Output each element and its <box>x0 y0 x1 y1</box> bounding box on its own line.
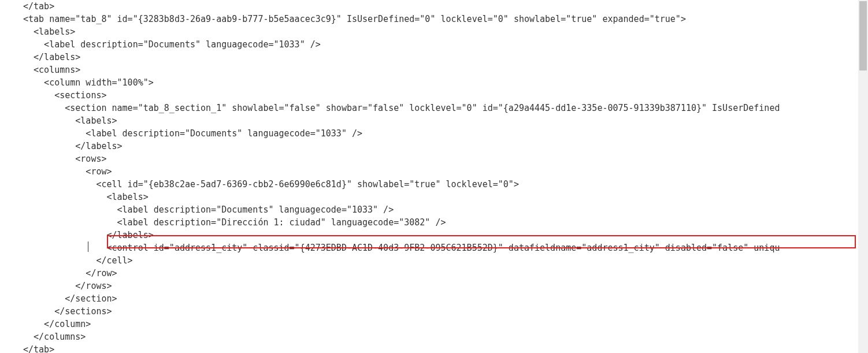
code-line[interactable]: </labels> <box>23 51 868 64</box>
code-line[interactable]: </tab> <box>23 0 868 13</box>
code-line[interactable]: <label description="Documents" languagec… <box>23 127 868 140</box>
code-line[interactable]: <column width="100%"> <box>23 76 868 89</box>
code-line[interactable]: </cell> <box>23 254 868 267</box>
code-viewport: </tab><tab name="tab_8" id="{3283b8d3-26… <box>0 0 868 353</box>
code-line[interactable]: </section> <box>23 292 868 305</box>
xml-code-block[interactable]: </tab><tab name="tab_8" id="{3283b8d3-26… <box>0 0 868 353</box>
code-line[interactable]: <rows> <box>23 153 868 165</box>
code-line[interactable]: <labels> <box>23 114 868 127</box>
code-line[interactable]: </rows> <box>23 280 868 292</box>
code-line[interactable]: <label description="Documents" languagec… <box>23 203 868 216</box>
code-line[interactable]: <cell id="{eb38c2ae-5ad7-6369-cbb2-6e699… <box>23 178 868 191</box>
code-line[interactable]: <columns> <box>23 64 868 76</box>
code-line[interactable]: <sections> <box>23 89 868 102</box>
code-line[interactable]: <label description="Dirección 1: ciudad"… <box>23 216 868 229</box>
code-line[interactable]: <tab name="tab_8" id="{3283b8d3-26a9-aab… <box>23 13 868 25</box>
text-cursor <box>88 241 88 252</box>
code-line[interactable]: </labels> <box>23 229 868 241</box>
code-line[interactable]: </labels> <box>23 140 868 153</box>
code-line[interactable]: <label description="Documents" languagec… <box>23 38 868 51</box>
vertical-scrollbar-track[interactable] <box>858 0 868 353</box>
code-line[interactable]: </tab> <box>23 343 868 353</box>
vertical-scrollbar-thumb[interactable] <box>859 1 867 70</box>
code-line[interactable]: </column> <box>23 318 868 330</box>
code-line[interactable]: </sections> <box>23 305 868 318</box>
code-line[interactable]: <labels> <box>23 191 868 203</box>
code-line[interactable]: <control id="address1_city" classid="{42… <box>23 241 868 254</box>
code-line[interactable]: </row> <box>23 267 868 280</box>
code-line[interactable]: <row> <box>23 165 868 178</box>
code-line[interactable]: </columns> <box>23 330 868 343</box>
code-line[interactable]: <section name="tab_8_section_1" showlabe… <box>23 102 868 114</box>
code-line[interactable]: <labels> <box>23 25 868 38</box>
